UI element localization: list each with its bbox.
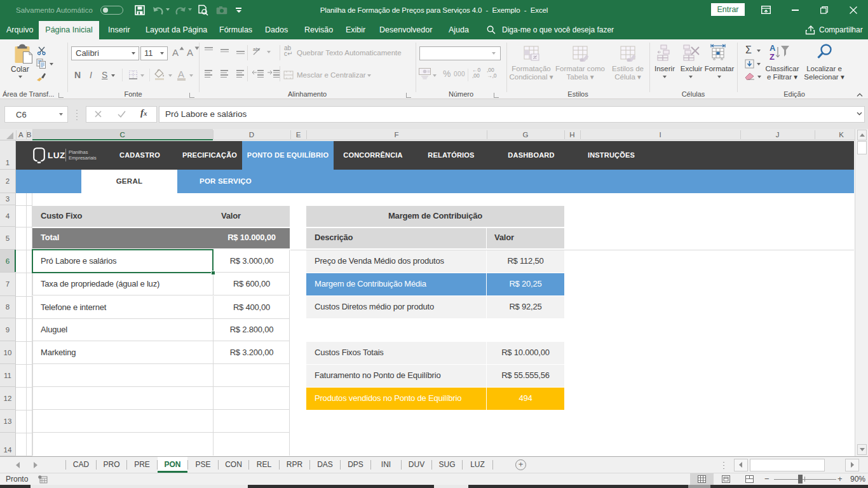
svg-text:A: A (770, 43, 776, 53)
svg-text:Z: Z (770, 52, 775, 61)
svg-text:ab: ab (253, 46, 259, 52)
